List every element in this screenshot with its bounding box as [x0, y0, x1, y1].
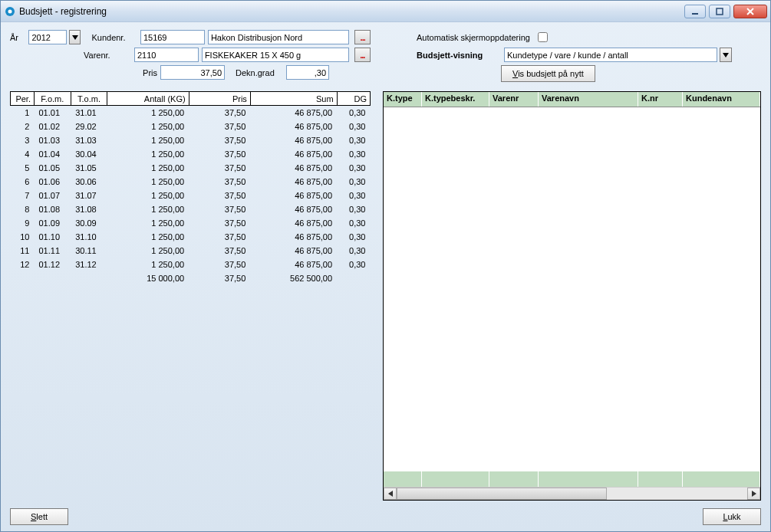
- cell-sum: 46 875,00: [250, 202, 337, 216]
- slett-button[interactable]: Slett: [10, 508, 68, 525]
- minimize-button[interactable]: [684, 5, 706, 18]
- right-grid-body[interactable]: [384, 107, 760, 471]
- kundenavn-input[interactable]: [208, 30, 350, 44]
- cell-pris: 37,50: [189, 175, 250, 189]
- cell-fom: 01.08: [34, 202, 71, 216]
- scroll-left-icon[interactable]: [384, 488, 397, 500]
- titlebar: Budsjett - registrering: [1, 1, 770, 22]
- table-row[interactable]: 601.0630.061 250,0037,5046 875,000,30: [11, 175, 371, 189]
- table-row[interactable]: 201.0229.021 250,0037,5046 875,000,30: [11, 120, 371, 133]
- scroll-track[interactable]: [397, 488, 747, 500]
- cell-tom: 31.10: [71, 230, 107, 244]
- right-panel: K.type K.typebeskr. Varenr Varenavn K.nr…: [383, 91, 761, 501]
- cell-dg: 0,30: [337, 189, 370, 202]
- table-row[interactable]: 1101.1130.111 250,0037,5046 875,000,30: [11, 244, 371, 258]
- table-row[interactable]: 1001.1031.101 250,0037,5046 875,000,30: [11, 230, 371, 244]
- cell-tom: 31.05: [71, 161, 107, 175]
- cell-antall: 1 250,00: [107, 202, 189, 216]
- col-dg[interactable]: DG: [337, 92, 370, 106]
- table-row[interactable]: 501.0531.051 250,0037,5046 875,000,30: [11, 161, 371, 175]
- col-knr[interactable]: K.nr: [638, 92, 683, 107]
- table-row[interactable]: 101.0131.011 250,0037,5046 875,000,30: [11, 106, 371, 120]
- cell-pris: 37,50: [189, 258, 250, 271]
- svg-rect-2: [692, 13, 698, 15]
- cell-fom: 01.10: [34, 230, 71, 244]
- col-varenavn[interactable]: Varenavn: [539, 92, 638, 107]
- scroll-thumb[interactable]: [397, 488, 607, 500]
- year-label: År: [10, 33, 25, 42]
- cell-per: 12: [11, 258, 35, 271]
- col-per[interactable]: Per.: [11, 92, 35, 106]
- year-select[interactable]: [28, 30, 67, 44]
- close-button[interactable]: [733, 5, 767, 18]
- varenr-input[interactable]: [134, 48, 199, 62]
- col-antall[interactable]: Antall (KG): [107, 92, 189, 106]
- cell-tom: 31.12: [71, 258, 107, 271]
- cell-dg: 0,30: [337, 216, 370, 230]
- pris-input[interactable]: [160, 65, 225, 80]
- year-dropdown-icon[interactable]: [69, 30, 81, 44]
- varenavn-input[interactable]: [202, 48, 349, 62]
- right-grid-header: K.type K.typebeskr. Varenr Varenavn K.nr…: [384, 92, 760, 107]
- cell-sum: 46 875,00: [250, 258, 337, 271]
- horizontal-scrollbar[interactable]: [384, 487, 760, 500]
- cell-dg: 0,30: [337, 230, 370, 244]
- cell-pris: 37,50: [189, 216, 250, 230]
- table-row[interactable]: 401.0430.041 250,0037,5046 875,000,30: [11, 147, 371, 161]
- budsjettvisning-dropdown-icon[interactable]: [720, 48, 732, 62]
- table-row[interactable]: 1201.1231.121 250,0037,5046 875,000,30: [11, 258, 371, 271]
- col-tom[interactable]: T.o.m.: [71, 92, 107, 106]
- cell-antall: 1 250,00: [107, 120, 189, 133]
- cell-per: 11: [11, 244, 35, 258]
- col-pris[interactable]: Pris: [189, 92, 250, 106]
- cell-antall: 1 250,00: [107, 133, 189, 147]
- svg-point-1: [8, 9, 12, 13]
- cell-sum: 46 875,00: [250, 120, 337, 133]
- totals-row: 15 000,00 37,50 562 500,00: [11, 271, 371, 285]
- varenr-browse-button[interactable]: ...: [354, 48, 371, 62]
- cell-dg: 0,30: [337, 106, 370, 120]
- budsjettvisning-select[interactable]: [504, 48, 717, 62]
- scroll-right-icon[interactable]: [747, 488, 760, 500]
- cell-fom: 01.06: [34, 175, 71, 189]
- col-fom[interactable]: F.o.m.: [34, 92, 71, 106]
- cell-per: 3: [11, 133, 35, 147]
- cell-antall: 1 250,00: [107, 161, 189, 175]
- cell-per: 7: [11, 189, 35, 202]
- table-row[interactable]: 701.0731.071 250,0037,5046 875,000,30: [11, 189, 371, 202]
- cell-sum: 46 875,00: [250, 244, 337, 258]
- kundenr-browse-button[interactable]: ...: [354, 30, 371, 44]
- col-ktype[interactable]: K.type: [384, 92, 422, 107]
- cell-dg: 0,30: [337, 120, 370, 133]
- table-row[interactable]: 301.0331.031 250,0037,5046 875,000,30: [11, 133, 371, 147]
- cell-per: 10: [11, 230, 35, 244]
- dekngrad-input[interactable]: [286, 65, 329, 80]
- col-varenr[interactable]: Varenr: [489, 92, 539, 107]
- cell-sum: 46 875,00: [250, 175, 337, 189]
- cell-fom: 01.11: [34, 244, 71, 258]
- col-sum[interactable]: Sum: [250, 92, 337, 106]
- cell-pris: 37,50: [189, 106, 250, 120]
- cell-per: 5: [11, 161, 35, 175]
- cell-tom: 31.01: [71, 106, 107, 120]
- cell-tom: 30.09: [71, 216, 107, 230]
- autoupdate-checkbox[interactable]: [538, 32, 548, 42]
- table-row[interactable]: 801.0831.081 250,0037,5046 875,000,30: [11, 202, 371, 216]
- kundenr-input[interactable]: [140, 30, 205, 44]
- cell-sum: 46 875,00: [250, 133, 337, 147]
- cell-fom: 01.01: [34, 106, 71, 120]
- cell-fom: 01.09: [34, 216, 71, 230]
- col-kundenavn[interactable]: Kundenavn: [683, 92, 760, 107]
- cell-tom: 29.02: [71, 120, 107, 133]
- col-ktypebeskr[interactable]: K.typebeskr.: [422, 92, 489, 107]
- cell-fom: 01.02: [34, 120, 71, 133]
- right-grid-footer: [384, 471, 760, 487]
- maximize-button[interactable]: [709, 5, 730, 18]
- table-row[interactable]: 901.0930.091 250,0037,5046 875,000,30: [11, 216, 371, 230]
- vis-budsjett-button[interactable]: Vis budsjett på nytt: [501, 65, 595, 82]
- cell-antall: 1 250,00: [107, 216, 189, 230]
- cell-dg: 0,30: [337, 202, 370, 216]
- lukk-button[interactable]: Lukk: [703, 508, 761, 525]
- cell-tom: 30.11: [71, 244, 107, 258]
- periods-grid: Per. F.o.m. T.o.m. Antall (KG) Pris Sum …: [10, 91, 371, 501]
